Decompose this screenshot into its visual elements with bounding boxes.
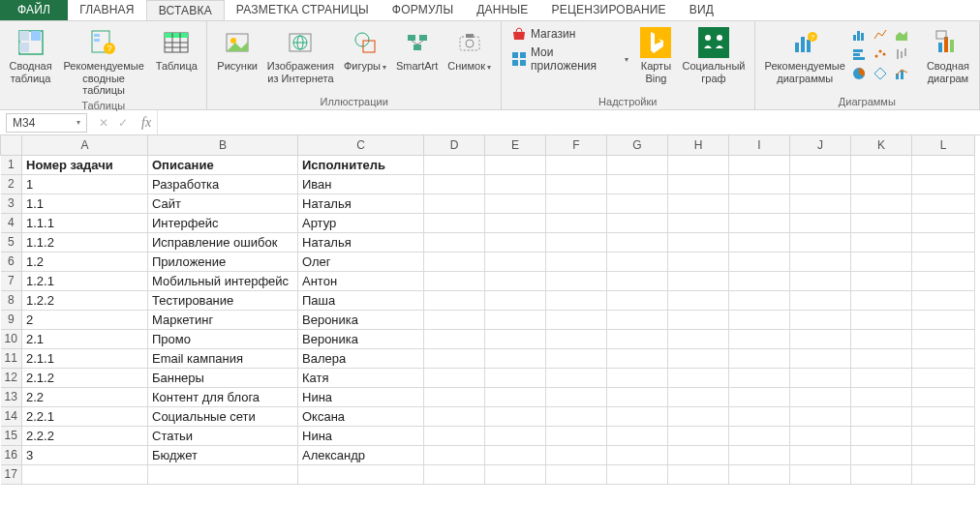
row-header-6[interactable]: 6 — [1, 252, 22, 271]
cell-E7[interactable] — [485, 271, 546, 290]
column-header-F[interactable]: F — [546, 135, 607, 155]
cell-D16[interactable] — [424, 445, 485, 464]
cell-L14[interactable] — [912, 406, 975, 426]
cell-B2[interactable]: Разработка — [148, 174, 298, 193]
cell-F14[interactable] — [546, 406, 607, 426]
cell-B15[interactable]: Статьи — [148, 426, 298, 445]
cell-L5[interactable] — [912, 232, 975, 252]
cell-J17[interactable] — [790, 464, 851, 484]
cell-F9[interactable] — [546, 310, 607, 329]
combo-chart-icon[interactable] — [894, 66, 909, 81]
cell-L4[interactable] — [912, 213, 975, 232]
cell-B14[interactable]: Социальные сети — [148, 406, 298, 426]
column-header-K[interactable]: K — [851, 135, 912, 155]
cell-F16[interactable] — [546, 445, 607, 464]
cell-G8[interactable] — [607, 290, 668, 310]
cell-E3[interactable] — [485, 193, 546, 213]
cell-I13[interactable] — [729, 387, 790, 406]
cell-F12[interactable] — [546, 368, 607, 387]
column-header-C[interactable]: C — [298, 135, 424, 155]
cell-E14[interactable] — [485, 406, 546, 426]
row-header-2[interactable]: 2 — [1, 174, 22, 193]
cell-H13[interactable] — [668, 387, 729, 406]
cell-G17[interactable] — [607, 464, 668, 484]
pivot-table-button[interactable]: Своднаятаблица — [6, 23, 55, 86]
cell-C9[interactable]: Вероника — [298, 310, 424, 329]
radar-chart-icon[interactable] — [873, 66, 888, 81]
bing-maps-button[interactable]: КартыBing — [634, 23, 677, 86]
cell-H17[interactable] — [668, 464, 729, 484]
cell-F5[interactable] — [546, 232, 607, 252]
cell-A17[interactable] — [22, 464, 148, 484]
smartart-button[interactable]: SmartArt — [392, 23, 442, 74]
cell-A7[interactable]: 1.2.1 — [22, 271, 148, 290]
cell-L2[interactable] — [912, 174, 975, 193]
cell-B6[interactable]: Приложение — [148, 252, 298, 271]
cell-H6[interactable] — [668, 252, 729, 271]
cell-D3[interactable] — [424, 193, 485, 213]
cell-C11[interactable]: Валера — [298, 348, 424, 368]
tab-file[interactable]: ФАЙЛ — [0, 0, 68, 20]
cell-J7[interactable] — [790, 271, 851, 290]
cell-L1[interactable] — [912, 155, 975, 174]
cell-H1[interactable] — [668, 155, 729, 174]
cell-G11[interactable] — [607, 348, 668, 368]
cell-H10[interactable] — [668, 329, 729, 348]
cell-I6[interactable] — [729, 252, 790, 271]
row-header-10[interactable]: 10 — [1, 329, 22, 348]
column-header-H[interactable]: H — [668, 135, 729, 155]
cell-F1[interactable] — [546, 155, 607, 174]
recommended-pivot-button[interactable]: ? Рекомендуемыесводные таблицы — [57, 23, 150, 99]
cell-C17[interactable] — [298, 464, 424, 484]
cell-A14[interactable]: 2.2.1 — [22, 406, 148, 426]
cell-A10[interactable]: 2.1 — [22, 329, 148, 348]
cell-C2[interactable]: Иван — [298, 174, 424, 193]
cell-L6[interactable] — [912, 252, 975, 271]
row-header-15[interactable]: 15 — [1, 426, 22, 445]
cell-A6[interactable]: 1.2 — [22, 252, 148, 271]
cell-C15[interactable]: Нина — [298, 426, 424, 445]
cell-F4[interactable] — [546, 213, 607, 232]
cell-H12[interactable] — [668, 368, 729, 387]
cell-K15[interactable] — [851, 426, 912, 445]
cell-F10[interactable] — [546, 329, 607, 348]
cell-B8[interactable]: Тестирование — [148, 290, 298, 310]
accept-formula-icon[interactable]: ✓ — [118, 116, 128, 130]
cell-I4[interactable] — [729, 213, 790, 232]
cell-J14[interactable] — [790, 406, 851, 426]
cell-K12[interactable] — [851, 368, 912, 387]
cell-F17[interactable] — [546, 464, 607, 484]
area-chart-icon[interactable] — [894, 27, 909, 43]
cell-A3[interactable]: 1.1 — [22, 193, 148, 213]
cell-F2[interactable] — [546, 174, 607, 193]
spreadsheet-grid[interactable]: ABCDEFGHIJKL1Номер задачиОписаниеИсполни… — [0, 135, 975, 485]
cell-K5[interactable] — [851, 232, 912, 252]
cell-B17[interactable] — [148, 464, 298, 484]
cell-H16[interactable] — [668, 445, 729, 464]
cell-D4[interactable] — [424, 213, 485, 232]
cell-J9[interactable] — [790, 310, 851, 329]
table-button[interactable]: Таблица — [152, 23, 200, 74]
row-header-16[interactable]: 16 — [1, 445, 22, 464]
stock-chart-icon[interactable] — [894, 46, 909, 62]
cell-J12[interactable] — [790, 368, 851, 387]
cell-A4[interactable]: 1.1.1 — [22, 213, 148, 232]
cell-I12[interactable] — [729, 368, 790, 387]
cell-E16[interactable] — [485, 445, 546, 464]
cell-H3[interactable] — [668, 193, 729, 213]
pie-chart-icon[interactable] — [851, 66, 867, 81]
row-header-3[interactable]: 3 — [1, 193, 22, 213]
cell-D2[interactable] — [424, 174, 485, 193]
cell-C5[interactable]: Наталья — [298, 232, 424, 252]
cell-G12[interactable] — [607, 368, 668, 387]
cell-C3[interactable]: Наталья — [298, 193, 424, 213]
cell-K11[interactable] — [851, 348, 912, 368]
chevron-down-icon[interactable]: ▾ — [77, 118, 80, 127]
cell-D15[interactable] — [424, 426, 485, 445]
cell-E13[interactable] — [485, 387, 546, 406]
tab-вставка[interactable]: ВСТАВКА — [146, 0, 225, 20]
cell-I14[interactable] — [729, 406, 790, 426]
cell-C7[interactable]: Антон — [298, 271, 424, 290]
cell-B5[interactable]: Исправление ошибок — [148, 232, 298, 252]
cell-J11[interactable] — [790, 348, 851, 368]
